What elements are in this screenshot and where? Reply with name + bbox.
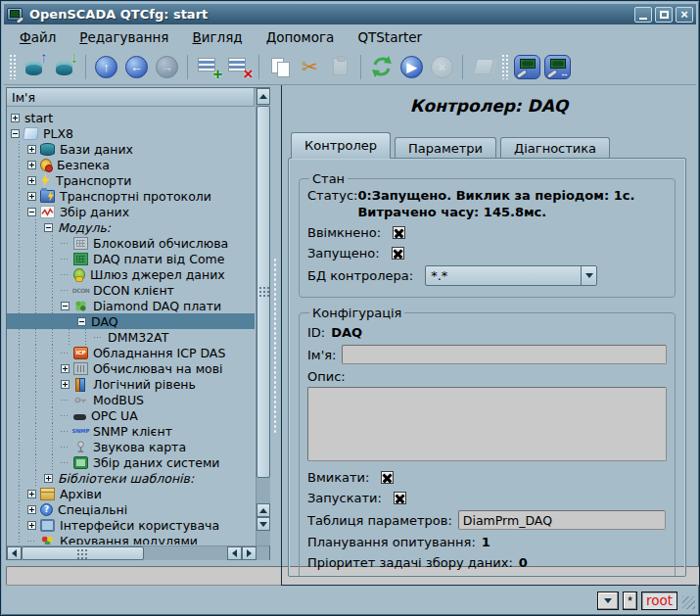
app-icon[interactable] [7, 8, 23, 21]
tree-node-sound-card[interactable]: Звукова карта [7, 439, 255, 454]
expand-icon[interactable] [27, 490, 36, 498]
tree-vscroll-up-button[interactable] [257, 88, 270, 105]
tree-vscroll-down-button[interactable] [257, 517, 270, 531]
toolbar-handle[interactable] [9, 54, 17, 79]
tree-header-name[interactable]: Ім'я [7, 88, 255, 107]
copy-button[interactable] [264, 52, 295, 82]
name-input[interactable] [342, 345, 667, 364]
tree-node-icp-das-hardware[interactable]: ICPОбладнання ICP DAS [7, 345, 255, 360]
tree-node-block-calculator[interactable]: Блоковий обчислюва [7, 235, 255, 251]
tree-node-start[interactable]: start [7, 110, 255, 125]
tree-vscrollbar[interactable] [256, 88, 270, 545]
expand-icon[interactable] [27, 161, 36, 169]
param-table-input[interactable] [458, 510, 666, 530]
start-checkbox[interactable] [394, 492, 406, 504]
tree-hscroll-right-button[interactable] [242, 546, 257, 560]
tree-node-data-sources-gate[interactable]: Шлюз джерел даних [7, 266, 255, 282]
up-button[interactable]: ↑ [91, 52, 121, 82]
tree-node-logic-level[interactable]: Логічний рівень [7, 376, 255, 392]
qtstarter-run-button[interactable]: ↔ [542, 52, 573, 82]
save-to-db-button[interactable]: ↓ [50, 52, 80, 82]
start-button[interactable]: ▶ [397, 52, 427, 82]
running-checkbox[interactable] [392, 247, 404, 260]
tree-vscroll-slider[interactable] [257, 106, 270, 478]
collapse-icon[interactable] [11, 129, 20, 138]
expand-icon[interactable] [11, 114, 20, 122]
tree-node-modbus[interactable]: ModBUS [7, 392, 255, 407]
load-from-db-button[interactable]: ↑ [20, 52, 50, 82]
tree-node-daq-controller[interactable]: DAQ [7, 313, 255, 329]
tree-node-module[interactable]: Модуль: [7, 219, 255, 235]
delete-item-button[interactable]: × [223, 52, 254, 82]
expand-icon[interactable] [44, 474, 53, 483]
resize-grip[interactable] [682, 596, 695, 609]
expand-icon[interactable] [27, 145, 36, 154]
cut-button[interactable]: ✂ [295, 52, 325, 82]
expand-icon[interactable] [27, 505, 36, 514]
expand-icon[interactable] [27, 521, 36, 530]
menu-item-file[interactable]: Файл [10, 27, 66, 47]
id-label: ID: [307, 324, 325, 341]
tree-node-template-libs[interactable]: Бібліотеки шаблонів: [7, 470, 255, 486]
tree-hscroll-left-button[interactable] [7, 546, 22, 560]
collapse-icon[interactable] [61, 302, 70, 310]
tree-vscroll-up2-button[interactable] [257, 503, 270, 517]
panel-splitter[interactable] [273, 258, 277, 434]
tree-hscrollbar[interactable] [7, 545, 269, 560]
tree-node-label: Модуль: [57, 220, 111, 235]
tab-parameters[interactable]: Параметри [395, 137, 496, 158]
tree-branch-stub [94, 329, 107, 345]
menu-item-edit[interactable]: Редагування [70, 27, 178, 47]
qtstarter-config-button[interactable] [512, 52, 542, 82]
tree-hscroll-slider[interactable] [22, 546, 144, 560]
tree-node-lang-calculator[interactable]: Обчислювач на мові [7, 360, 255, 376]
enabled-checkbox[interactable] [393, 226, 405, 239]
expand-icon[interactable] [27, 192, 36, 201]
tree-node-transport-protocols[interactable]: Транспортні протоколи [7, 188, 255, 204]
chevron-down-icon[interactable] [581, 266, 596, 285]
tree-node-dcon-client[interactable]: DCONDCON клієнт [7, 282, 255, 298]
tree-node-archives[interactable]: Архіви [7, 486, 255, 501]
expand-icon[interactable] [61, 380, 70, 389]
tree-node-databases[interactable]: Бази даних [7, 141, 255, 157]
tab-controller[interactable]: Контролер [291, 132, 391, 159]
tree-hscroll-left2-button[interactable] [227, 546, 242, 560]
tree-guide [44, 423, 61, 439]
tree-node-transports[interactable]: Транспорти [7, 172, 255, 188]
controller-db-combo[interactable]: *.* [425, 265, 597, 286]
tree-node-label: Спеціальні [57, 502, 127, 517]
enable-checkbox[interactable] [381, 471, 394, 484]
tree-node-security[interactable]: Безпека [7, 157, 255, 172]
status-star-button[interactable]: * [623, 592, 637, 610]
maximize-button[interactable] [655, 7, 673, 23]
tree-node-plx8[interactable]: PLX8 [7, 125, 255, 141]
collapse-icon[interactable] [44, 223, 53, 232]
status-dropdown-button[interactable] [597, 592, 619, 610]
expand-icon[interactable] [61, 364, 70, 373]
tree-node-system-daq[interactable]: Збір даних системи [7, 454, 255, 470]
tree-node-user-interfaces[interactable]: Інтерфейси користувача [7, 517, 255, 533]
tree-node-diamond-daq-boards[interactable]: Diamond DAQ плати [7, 298, 255, 313]
minimize-button[interactable] [634, 7, 652, 23]
tree-node-special[interactable]: ?Спеціальні [7, 501, 255, 517]
tree-node-opc-ua[interactable]: OPC UA [7, 407, 255, 423]
tree-node-module-management[interactable]: Керування модулями [7, 533, 255, 545]
menu-item-qtstarter[interactable]: QTStarter [348, 27, 432, 47]
titlebar[interactable]: OpenSCADA QTCfg: start × [4, 4, 696, 24]
expand-icon[interactable] [27, 176, 36, 185]
tree-node-dmm32at[interactable]: DMM32AT [7, 329, 255, 345]
tree-node-snmp-client[interactable]: SNMPSNMP клієнт [7, 423, 255, 439]
menu-item-help[interactable]: Допомога [257, 27, 345, 47]
tree-node-data-acquisition[interactable]: Збір даних [7, 204, 255, 219]
descr-textarea[interactable] [307, 387, 667, 461]
menu-item-view[interactable]: Вигляд [182, 27, 252, 47]
tab-diagnostics[interactable]: Діагностика [500, 137, 610, 158]
toolbar-handle[interactable] [501, 54, 509, 79]
tree-node-daq-boards-comedi[interactable]: DAQ плати від Come [7, 251, 255, 266]
add-item-button[interactable]: + [193, 52, 223, 82]
collapse-icon[interactable] [27, 208, 36, 216]
refresh-button[interactable] [366, 52, 397, 82]
back-button[interactable]: ← [121, 52, 152, 82]
close-button[interactable]: × [676, 7, 693, 23]
collapse-icon[interactable] [77, 317, 86, 326]
